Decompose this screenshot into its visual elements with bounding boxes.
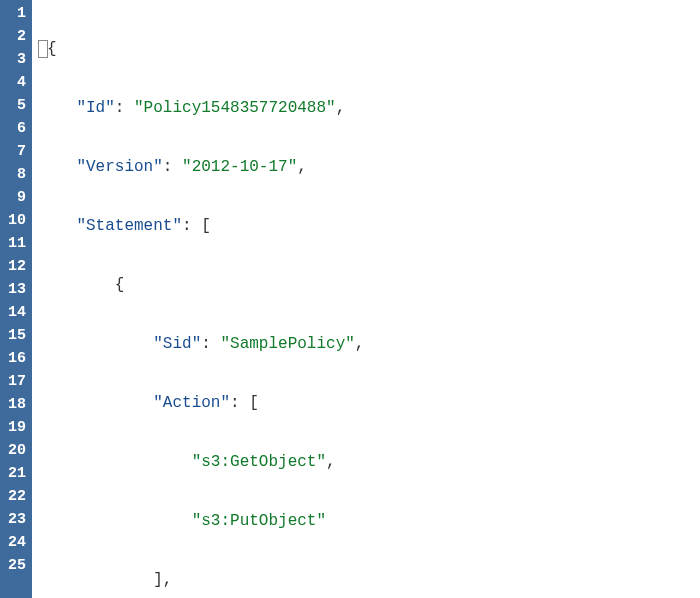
code-line: "Action": [ <box>38 392 700 415</box>
json-key: "Id" <box>38 99 115 117</box>
punct: , <box>355 335 365 353</box>
line-number: 4 <box>4 71 26 94</box>
code-line: { <box>38 274 700 297</box>
code-area[interactable]: { "Id": "Policy1548357720488", "Version"… <box>32 0 700 598</box>
json-string: "2012-10-17" <box>182 158 297 176</box>
json-key: "Sid" <box>38 335 201 353</box>
punct: : [ <box>182 217 211 235</box>
code-line: "Statement": [ <box>38 215 700 238</box>
line-number: 24 <box>4 531 26 554</box>
line-number: 10 <box>4 209 26 232</box>
line-number: 16 <box>4 347 26 370</box>
punct: , <box>336 99 346 117</box>
punct: , <box>326 453 336 471</box>
line-number: 9 <box>4 186 26 209</box>
code-editor: 1 2 3 4 5 6 7 8 9 10 11 12 13 14 15 16 1… <box>0 0 700 598</box>
line-number: 17 <box>4 370 26 393</box>
line-number: 20 <box>4 439 26 462</box>
line-number: 3 <box>4 48 26 71</box>
punct: : <box>201 335 220 353</box>
json-string: "s3:PutObject" <box>38 512 326 530</box>
brace: { <box>38 276 124 294</box>
code-line: "Version": "2012-10-17", <box>38 156 700 179</box>
line-number: 15 <box>4 324 26 347</box>
json-key: "Statement" <box>38 217 182 235</box>
line-number: 8 <box>4 163 26 186</box>
line-number: 22 <box>4 485 26 508</box>
code-line: "s3:PutObject" <box>38 510 700 533</box>
brace: { <box>47 40 57 58</box>
line-number: 7 <box>4 140 26 163</box>
line-number: 12 <box>4 255 26 278</box>
line-number: 14 <box>4 301 26 324</box>
json-string: "s3:GetObject" <box>38 453 326 471</box>
line-number: 1 <box>4 2 26 25</box>
line-number: 21 <box>4 462 26 485</box>
line-number: 6 <box>4 117 26 140</box>
line-number: 25 <box>4 554 26 577</box>
line-number: 19 <box>4 416 26 439</box>
code-line: "s3:GetObject", <box>38 451 700 474</box>
line-number-gutter: 1 2 3 4 5 6 7 8 9 10 11 12 13 14 15 16 1… <box>0 0 32 598</box>
line-number: 11 <box>4 232 26 255</box>
line-number: 2 <box>4 25 26 48</box>
json-key: "Version" <box>38 158 163 176</box>
punct: : <box>163 158 182 176</box>
line-number: 23 <box>4 508 26 531</box>
code-line: "Id": "Policy1548357720488", <box>38 97 700 120</box>
line-number: 18 <box>4 393 26 416</box>
json-key: "Action" <box>38 394 230 412</box>
punct: : [ <box>230 394 259 412</box>
json-string: "SamplePolicy" <box>220 335 354 353</box>
code-line: { <box>38 38 700 61</box>
line-number: 13 <box>4 278 26 301</box>
code-line: ], <box>38 569 700 592</box>
line-number: 5 <box>4 94 26 117</box>
code-line: "Sid": "SamplePolicy", <box>38 333 700 356</box>
punct: , <box>297 158 307 176</box>
punct: : <box>115 99 134 117</box>
json-string: "Policy1548357720488" <box>134 99 336 117</box>
punct: ], <box>38 571 172 589</box>
